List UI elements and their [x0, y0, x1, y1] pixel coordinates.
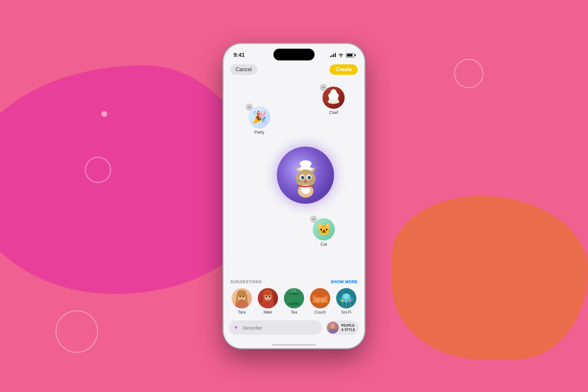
suggestions-list: Tara [230, 288, 358, 315]
svg-point-0 [340, 56, 341, 57]
svg-point-31 [239, 296, 241, 298]
cancel-button[interactable]: Cancel [230, 64, 257, 75]
svg-rect-45 [314, 302, 316, 305]
people-style-avatar [327, 322, 339, 334]
tag-party[interactable]: − 🎉 Party [248, 106, 270, 135]
home-bar [272, 344, 316, 346]
suggestion-scifi[interactable]: Sci-Fi [335, 288, 358, 315]
svg-point-39 [288, 302, 300, 305]
status-time: 9:41 [234, 52, 245, 58]
nikki-label: Nikki [264, 310, 272, 315]
couch-avatar [310, 288, 330, 308]
tag-cat[interactable]: − 🐱 Cat [313, 218, 335, 247]
dynamic-island [273, 49, 315, 60]
svg-point-3 [300, 160, 311, 167]
bg-circle-2 [56, 310, 98, 353]
battery-icon [346, 53, 354, 57]
svg-point-30 [237, 290, 246, 297]
tag-remove-cat[interactable]: − [310, 216, 317, 223]
svg-point-36 [266, 296, 267, 298]
describe-wrapper: ✦ [229, 320, 322, 335]
tag-chef[interactable]: − Chef [322, 87, 345, 115]
svg-point-15 [303, 176, 303, 177]
home-indicator [224, 341, 364, 348]
scifi-avatar [336, 288, 356, 308]
svg-rect-46 [324, 302, 326, 305]
canvas-area: − 🎉 Party − [224, 77, 364, 279]
nav-bar: Cancel Create [224, 62, 364, 77]
iphone-frame: 9:41 Cancel [224, 44, 364, 348]
svg-point-52 [349, 300, 351, 302]
svg-point-27 [330, 89, 337, 97]
svg-point-54 [328, 329, 337, 334]
bg-blob-left [0, 65, 261, 294]
nikki-avatar [258, 288, 278, 308]
cat-label: Cat [320, 242, 327, 247]
tag-remove-party[interactable]: − [246, 104, 253, 111]
suggestion-couch[interactable]: Couch [309, 288, 332, 315]
svg-point-49 [343, 294, 349, 299]
show-more-button[interactable]: SHOW MORE [331, 279, 358, 284]
bottom-bar: ✦ PEOPLE& STYLE [224, 318, 364, 341]
svg-point-50 [341, 300, 343, 302]
chef-cat-illustration [283, 152, 328, 198]
tea-label: Tea [291, 310, 297, 315]
svg-point-16 [309, 176, 310, 177]
bg-blob-right [392, 196, 588, 359]
svg-point-55 [334, 325, 338, 329]
couch-label: Couch [315, 310, 326, 315]
svg-point-37 [269, 296, 270, 298]
bg-circle-3 [454, 59, 483, 88]
people-style-button[interactable]: PEOPLE& STYLE [326, 320, 359, 335]
suggestion-tara[interactable]: Tara [230, 288, 253, 315]
suggestions-header: SUGGESTIONS SHOW MORE [230, 279, 358, 284]
screen: 9:41 Cancel [224, 44, 364, 348]
create-button[interactable]: Create [330, 64, 358, 75]
party-label: Party [254, 130, 264, 135]
suggestion-nikki[interactable]: Nikki [256, 288, 279, 315]
scifi-label: Sci-Fi [341, 310, 351, 315]
tara-label: Tara [238, 310, 245, 315]
status-icons [330, 53, 354, 57]
center-avatar [277, 147, 334, 204]
tea-avatar [284, 288, 304, 308]
svg-point-32 [243, 296, 244, 298]
describe-icon: ✦ [234, 324, 238, 331]
signal-icon [330, 53, 336, 57]
suggestion-tea[interactable]: Tea [283, 288, 305, 315]
svg-point-35 [264, 290, 272, 296]
describe-input[interactable] [229, 320, 322, 335]
tara-avatar [232, 288, 252, 308]
bg-circle-1 [85, 157, 111, 183]
people-style-label: PEOPLE& STYLE [341, 323, 355, 332]
svg-point-17 [304, 180, 307, 182]
suggestions-title: SUGGESTIONS [230, 280, 262, 284]
suggestions-section: SUGGESTIONS SHOW MORE [224, 279, 364, 318]
wifi-icon [338, 53, 344, 57]
chef-label: Chef [329, 110, 338, 115]
bg-dot [101, 111, 107, 117]
tag-remove-chef[interactable]: − [320, 84, 327, 91]
